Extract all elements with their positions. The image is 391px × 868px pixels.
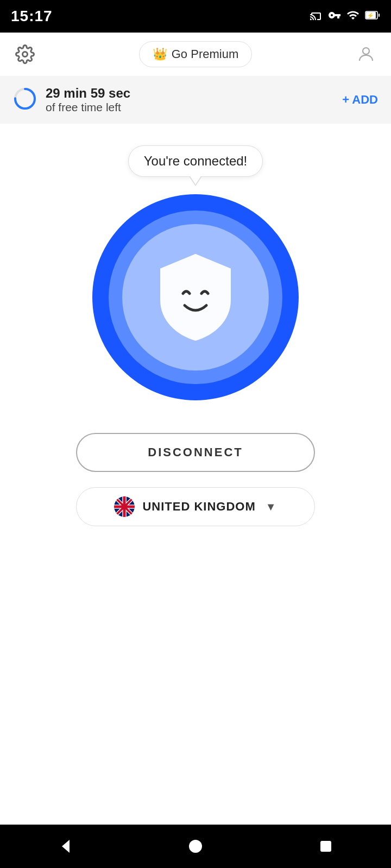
status-icons: ⚡: [310, 9, 380, 24]
wifi-icon: [346, 9, 360, 24]
shield-face-icon: [155, 251, 236, 343]
timer-icon: [13, 87, 37, 113]
main-content: You're connected! DISCONNECT: [0, 124, 391, 825]
premium-label: Go Premium: [172, 47, 238, 61]
free-time-banner: 29 min 59 sec of free time left + ADD: [0, 76, 391, 124]
cast-icon: [310, 9, 323, 24]
svg-text:⚡: ⚡: [367, 12, 374, 19]
battery-charging-icon: ⚡: [365, 9, 380, 24]
settings-button[interactable]: [13, 42, 37, 66]
home-button[interactable]: [179, 830, 212, 863]
add-time-button[interactable]: + ADD: [342, 93, 378, 107]
chevron-down-icon: ▼: [266, 501, 277, 513]
svg-point-4: [23, 52, 28, 57]
svg-point-5: [363, 48, 369, 54]
disconnect-button[interactable]: DISCONNECT: [76, 433, 315, 472]
bottom-nav: [0, 825, 391, 868]
vpn-shield-container[interactable]: [92, 194, 299, 400]
back-button[interactable]: [49, 830, 81, 863]
profile-button[interactable]: [354, 42, 378, 66]
recents-button[interactable]: [310, 830, 342, 863]
free-time-subtitle: of free time left: [46, 101, 130, 114]
connection-bubble: You're connected!: [128, 145, 263, 177]
uk-flag-icon: [114, 496, 135, 517]
free-time-text: 29 min 59 sec of free time left: [46, 86, 130, 114]
svg-rect-20: [320, 841, 331, 852]
svg-point-19: [189, 840, 202, 853]
status-bar: 15:17 ⚡: [0, 0, 391, 33]
status-time: 15:17: [11, 8, 53, 25]
svg-marker-18: [62, 840, 70, 853]
country-selector[interactable]: UNITED KINGDOM ▼: [76, 487, 315, 526]
free-time-info: 29 min 59 sec of free time left: [13, 86, 130, 114]
key-icon: [328, 9, 341, 24]
premium-button[interactable]: 👑 Go Premium: [139, 41, 252, 67]
free-time-duration: 29 min 59 sec: [46, 86, 130, 101]
top-nav: 👑 Go Premium: [0, 33, 391, 76]
crown-icon: 👑: [153, 47, 167, 61]
svg-rect-1: [379, 14, 380, 17]
connection-status-text: You're connected!: [144, 154, 248, 168]
country-label: UNITED KINGDOM: [142, 500, 255, 514]
